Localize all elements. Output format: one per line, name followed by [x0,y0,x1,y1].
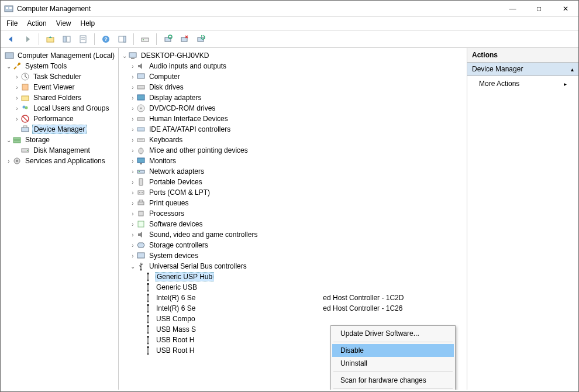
update-driver-button[interactable] [194,33,208,46]
cat-monitors[interactable]: ›Monitors [119,156,467,166]
expand-icon[interactable]: › [5,158,12,164]
hid-icon [136,114,146,123]
cat-storage-controllers[interactable]: ›Storage controllers [119,240,467,250]
tree-storage[interactable]: ⌄Storage [1,135,118,145]
tree-device-manager[interactable]: Device Manager [1,124,118,135]
svg-rect-48 [140,163,142,164]
usb-intel-2[interactable]: Intel(R) 6 Seed Host Controller - 1C26 [119,303,467,314]
tree-performance[interactable]: ›Performance [1,114,118,124]
menu-file[interactable]: File [6,19,18,27]
tree-shared-folders[interactable]: ›Shared Folders [1,92,118,103]
close-button[interactable]: ✕ [552,1,578,17]
expand-icon[interactable]: ⌄ [5,63,12,70]
usb-device-icon [143,335,153,345]
ctx-update-driver[interactable]: Update Driver Software... [332,327,454,340]
cat-portable[interactable]: ›Portable Devices [119,177,467,187]
menu-action[interactable]: Action [27,19,46,27]
mouse-icon [136,146,146,155]
help-button[interactable]: ? [99,33,113,46]
cpu-icon [136,209,146,218]
context-menu: Update Driver Software... Disable Uninst… [330,325,456,390]
cat-network[interactable]: ›Network adapters [119,166,467,177]
svg-text:?: ? [104,36,108,42]
tools-icon [12,61,22,71]
minimize-button[interactable]: ― [499,1,526,17]
device-root[interactable]: ⌄DESKTOP-GHJ0VKD [119,50,467,61]
scan-hardware-button[interactable] [161,33,175,46]
actions-more[interactable]: More Actions [467,76,578,91]
usb-intel-1[interactable]: Intel(R) 6 Seed Host Controller - 1C2D [119,293,467,303]
actions-pane: Actions Device Manager More Actions [467,48,578,390]
expand-icon[interactable]: › [13,74,20,80]
usb-device-icon [143,346,153,355]
svg-point-71 [147,332,149,334]
tree-task-scheduler[interactable]: ›Task Scheduler [1,71,118,82]
svg-rect-51 [139,178,143,185]
cat-disk-drives[interactable]: ›Disk drives [119,82,467,92]
forward-button[interactable] [20,33,35,46]
app-icon [4,4,13,13]
up-button[interactable] [43,33,57,46]
ctx-uninstall[interactable]: Uninstall [332,357,454,370]
usb-composite[interactable]: USB Compo [119,314,467,324]
cat-hid[interactable]: ›Human Interface Devices [119,114,467,124]
tree-root[interactable]: Computer Management (Local) [1,50,118,61]
tree-services-apps[interactable]: ›Services and Applications [1,156,118,166]
svg-point-32 [27,150,28,151]
expand-icon[interactable]: › [13,84,20,91]
cat-ports[interactable]: ›Ports (COM & LPT) [119,187,467,198]
expand-icon[interactable]: › [13,95,20,101]
expand-icon[interactable]: › [129,63,136,70]
expand-icon[interactable]: › [13,105,20,112]
menu-help[interactable]: Help [81,19,95,27]
cat-computer[interactable]: ›Computer [119,71,467,82]
expand-icon[interactable]: ⌄ [129,263,136,270]
actions-section[interactable]: Device Manager [467,63,578,76]
back-button[interactable] [4,33,18,46]
cat-software-devices[interactable]: ›Software devices [119,219,467,229]
menu-view[interactable]: View [56,19,71,27]
maximize-button[interactable]: □ [526,1,552,17]
ctx-scan[interactable]: Scan for hardware changes [332,374,454,387]
svg-rect-23 [22,96,29,101]
cat-processors[interactable]: ›Processors [119,208,467,219]
computer-management-icon [5,51,14,60]
cat-system-devices[interactable]: ›System devices [119,250,467,261]
svg-rect-36 [131,58,135,59]
expand-icon[interactable]: ⌄ [5,137,12,143]
show-action-pane-button[interactable] [115,33,129,46]
tree-local-users[interactable]: ›Local Users and Groups [1,103,118,114]
tree-event-viewer[interactable]: ›Event Viewer [1,82,118,92]
svg-rect-68 [147,304,149,306]
cat-dvd[interactable]: ›DVD/CD-ROM drives [119,103,467,114]
svg-point-25 [25,106,28,109]
cat-audio[interactable]: ›Audio inputs and outputs [119,61,467,71]
expand-icon[interactable]: › [13,116,20,122]
cat-ide[interactable]: ›IDE ATA/ATAPI controllers [119,124,467,135]
usb-generic-hub-1[interactable]: Generic USP Hub [119,271,467,282]
expand-icon[interactable]: ⌄ [121,53,128,59]
ctx-disable[interactable]: Disable [332,344,454,357]
cat-sound[interactable]: ›Sound, video and game controllers [119,229,467,240]
usb-device-icon [143,314,153,324]
properties-button[interactable] [76,33,90,46]
toolbar-icon-1[interactable] [138,33,152,46]
cat-print-queues[interactable]: ›Print queues [119,198,467,208]
cat-usb[interactable]: ⌄Universal Serial Bus controllers [119,261,467,271]
usb-icon [136,262,146,271]
usb-device-icon [143,293,153,302]
svg-rect-22 [22,84,28,90]
tree-system-tools[interactable]: ⌄ System Tools [1,61,118,71]
svg-rect-5 [67,36,70,42]
cat-keyboards[interactable]: ›Keyboards [119,135,467,145]
svg-rect-55 [138,202,144,205]
cat-display[interactable]: ›Display adapters [119,92,467,103]
usb-generic-hub-2[interactable]: Generic USB [119,282,467,293]
uninstall-device-button[interactable] [177,33,191,46]
show-hide-tree-button[interactable] [60,33,74,46]
tree-disk-management[interactable]: Disk Management [1,145,118,156]
collapse-icon[interactable] [571,65,574,73]
cat-mice[interactable]: ›Mice and other pointing devices [119,145,467,156]
computer-icon [128,51,137,60]
audio-icon [136,61,146,71]
